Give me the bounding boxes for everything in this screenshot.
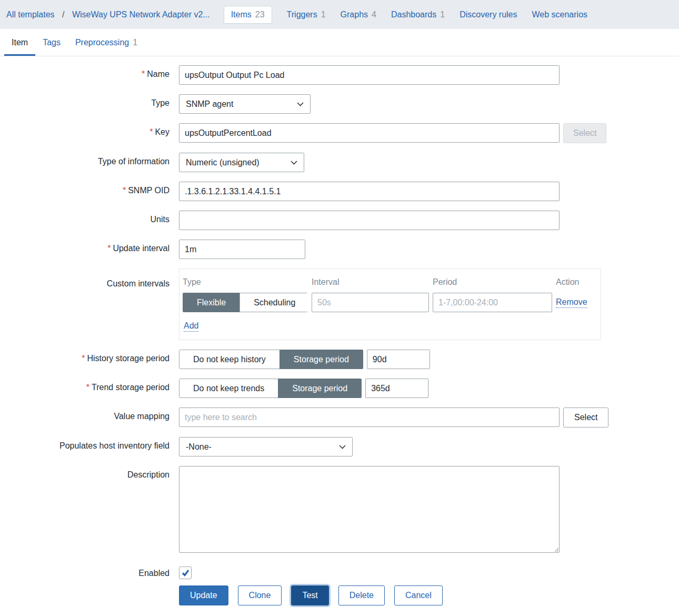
nav-tab-items-count: 23 xyxy=(255,10,265,19)
row-footer-buttons: Update Clone Test Delete Cancel xyxy=(0,585,679,605)
description-textarea[interactable] xyxy=(179,466,560,553)
template-nav: Items23 Triggers1 Graphs4 Dashboards1 Di… xyxy=(224,6,587,24)
type-of-information-select[interactable]: Numeric (unsigned) xyxy=(179,153,304,172)
update-interval-input[interactable] xyxy=(179,240,305,259)
units-label: Units xyxy=(0,211,169,224)
trend-storage-period[interactable]: Storage period xyxy=(278,379,362,398)
name-input[interactable] xyxy=(179,65,560,85)
nav-tab-discovery-rules[interactable]: Discovery rules xyxy=(460,10,517,19)
custom-intervals-panel: Type Interval Period Action Flexible Sch… xyxy=(179,269,601,340)
row-value-mapping: Value mapping Select xyxy=(0,408,679,428)
row-update-interval: *Update interval xyxy=(0,240,679,259)
interval-type-scheduling[interactable]: Scheduling xyxy=(239,293,308,312)
nav-tab-graphs[interactable]: Graphs4 xyxy=(341,10,376,19)
required-marker: * xyxy=(86,383,89,392)
row-units: Units xyxy=(0,211,679,230)
nav-tab-web-scenarios-label: Web scenarios xyxy=(532,10,588,19)
tab-tags[interactable]: Tags xyxy=(35,29,68,56)
nav-tab-triggers-label: Triggers xyxy=(287,10,317,19)
chevron-down-icon xyxy=(291,161,297,165)
history-storage-period[interactable]: Storage period xyxy=(279,350,363,369)
value-mapping-input[interactable] xyxy=(179,408,560,427)
col-header-type: Type xyxy=(183,276,308,289)
row-snmp-oid: *SNMP OID xyxy=(0,182,679,201)
row-type-of-information: Type of information Numeric (unsigned) xyxy=(0,153,679,172)
breadcrumb: All templates / WiseWay UPS Network Adap… xyxy=(6,10,210,19)
custom-intervals-label: Custom intervals xyxy=(0,269,169,289)
item-edit-form: *Name Type SNMP agent *Key Select Type o… xyxy=(0,56,679,605)
history-do-not-keep[interactable]: Do not keep history xyxy=(179,350,280,369)
snmp-oid-label: *SNMP OID xyxy=(0,182,169,195)
required-marker: * xyxy=(123,186,126,195)
tab-preprocessing[interactable]: Preprocessing 1 xyxy=(68,29,145,56)
type-of-information-value: Numeric (unsigned) xyxy=(186,158,259,167)
nav-tab-items[interactable]: Items23 xyxy=(224,6,272,24)
history-period-input[interactable] xyxy=(367,350,430,369)
value-mapping-select-button[interactable]: Select xyxy=(563,408,608,428)
row-name: *Name xyxy=(0,65,679,85)
update-button[interactable]: Update xyxy=(179,585,228,605)
trend-period-input[interactable] xyxy=(365,379,428,398)
checkmark-icon xyxy=(181,569,190,577)
value-mapping-label: Value mapping xyxy=(0,408,169,421)
trend-storage-label: *Trend storage period xyxy=(0,379,169,392)
inventory-field-value: -None- xyxy=(186,442,212,452)
description-label: Description xyxy=(0,466,169,480)
tab-preprocessing-label: Preprocessing xyxy=(75,38,129,47)
row-inventory-field: Populates host inventory field -None- xyxy=(0,437,679,456)
required-marker: * xyxy=(82,354,85,363)
name-label: *Name xyxy=(0,65,169,79)
row-trend-storage: *Trend storage period Do not keep trends… xyxy=(0,379,679,398)
type-label: Type xyxy=(0,94,169,108)
inventory-field-select[interactable]: -None- xyxy=(179,437,353,456)
breadcrumb-template-name[interactable]: WiseWay UPS Network Adapter v2... xyxy=(72,10,210,19)
enabled-checkbox[interactable] xyxy=(179,567,192,579)
chevron-down-icon xyxy=(297,102,304,106)
chevron-down-icon xyxy=(339,445,346,449)
clone-button[interactable]: Clone xyxy=(238,585,282,605)
nav-tab-dashboards-label: Dashboards xyxy=(391,10,436,19)
type-select-value: SNMP agent xyxy=(186,100,233,109)
breadcrumb-all-templates[interactable]: All templates xyxy=(6,10,55,19)
delete-button[interactable]: Delete xyxy=(338,585,385,605)
trend-storage-toggle: Do not keep trends Storage period xyxy=(179,379,362,398)
nav-tab-dashboards[interactable]: Dashboards1 xyxy=(391,10,445,19)
period-input[interactable] xyxy=(433,293,552,312)
nav-tab-triggers-count: 1 xyxy=(321,10,326,19)
key-label: *Key xyxy=(0,123,169,137)
type-select[interactable]: SNMP agent xyxy=(179,94,311,114)
top-navigation-bar: All templates / WiseWay UPS Network Adap… xyxy=(0,0,679,29)
cancel-button[interactable]: Cancel xyxy=(394,585,443,605)
tab-item[interactable]: Item xyxy=(4,29,35,56)
snmp-oid-input[interactable] xyxy=(179,182,560,201)
key-input[interactable] xyxy=(179,123,560,143)
add-interval-link[interactable]: Add xyxy=(184,321,198,332)
nav-tab-web-scenarios[interactable]: Web scenarios xyxy=(532,10,588,19)
tab-preprocessing-count: 1 xyxy=(133,38,137,47)
nav-tab-graphs-count: 4 xyxy=(372,10,376,19)
enabled-label: Enabled xyxy=(0,564,169,578)
required-marker: * xyxy=(149,127,153,136)
row-key: *Key Select xyxy=(0,123,679,143)
item-form-tabs: Item Tags Preprocessing 1 xyxy=(0,29,679,56)
row-history-storage: *History storage period Do not keep hist… xyxy=(0,350,679,369)
row-type: Type SNMP agent xyxy=(0,94,679,114)
history-storage-label: *History storage period xyxy=(0,350,169,363)
remove-interval-link[interactable]: Remove xyxy=(556,297,587,308)
key-select-button: Select xyxy=(563,123,606,143)
col-header-interval: Interval xyxy=(312,276,429,289)
col-header-period: Period xyxy=(433,276,552,289)
nav-tab-triggers[interactable]: Triggers1 xyxy=(287,10,326,19)
interval-type-flexible[interactable]: Flexible xyxy=(183,293,240,312)
trend-do-not-keep[interactable]: Do not keep trends xyxy=(179,379,278,398)
row-description: Description xyxy=(0,466,679,555)
units-input[interactable] xyxy=(179,211,560,230)
required-marker: * xyxy=(107,244,111,253)
required-marker: * xyxy=(142,69,145,78)
interval-input[interactable] xyxy=(312,293,429,312)
interval-type-toggle: Flexible Scheduling xyxy=(183,293,308,312)
nav-tab-discovery-rules-label: Discovery rules xyxy=(460,10,517,19)
nav-tab-dashboards-count: 1 xyxy=(440,10,445,19)
update-interval-label: *Update interval xyxy=(0,240,169,253)
test-button[interactable]: Test xyxy=(291,585,328,605)
